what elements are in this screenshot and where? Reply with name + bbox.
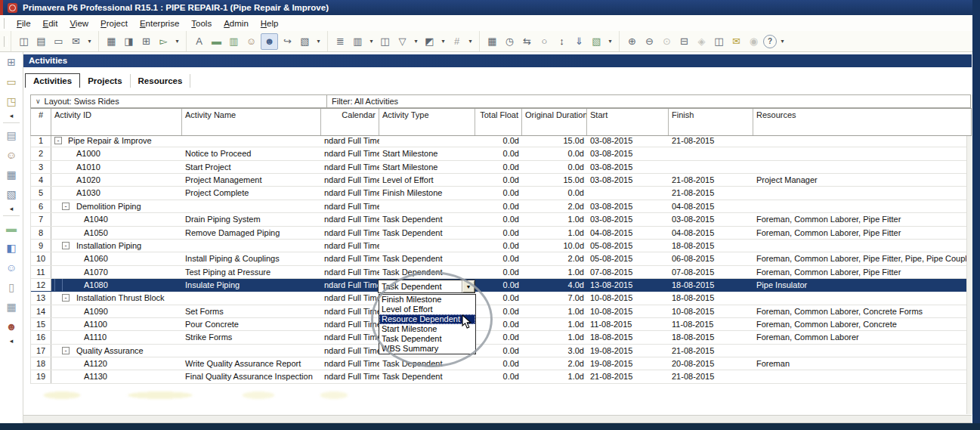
progress-spotlight-icon[interactable]: ▧ — [589, 34, 604, 49]
cell-num[interactable]: 15 — [31, 318, 51, 330]
level-resources-icon[interactable]: ↕ — [554, 34, 570, 49]
cell-num[interactable]: 19 — [31, 370, 51, 382]
cell-start[interactable] — [587, 187, 669, 199]
cell-type[interactable]: Level of Effort — [379, 174, 475, 186]
table-view-icon[interactable]: ▦ — [104, 34, 119, 49]
table-row[interactable]: 4A1020Project Managementndard Full TimeL… — [31, 174, 972, 187]
community-icon[interactable]: ◉ — [746, 34, 762, 49]
cell-name[interactable]: Set Forms — [182, 305, 321, 317]
cell-type[interactable]: Start Milestone — [379, 161, 475, 173]
cell-res[interactable]: Foreman — [753, 357, 972, 370]
collapse-minus-icon[interactable]: - — [62, 294, 70, 302]
cell-res[interactable]: Pipe Insulator — [753, 279, 972, 291]
cell-tf[interactable]: 0.0d — [475, 345, 522, 357]
column-header-num[interactable]: # — [31, 109, 51, 135]
cell-fin[interactable]: 21-08-2015 — [669, 135, 753, 147]
column-header-fin[interactable]: Finish — [669, 109, 753, 135]
activity-usage-profile-icon[interactable]: ▥ — [226, 34, 242, 49]
vertical-scrollbar[interactable] — [966, 94, 972, 414]
cell-num[interactable]: 1 — [31, 135, 51, 147]
trace-logic-icon[interactable]: ↪ — [280, 34, 295, 49]
cell-od[interactable]: 1.0d — [522, 370, 587, 382]
cell-res[interactable]: Foreman, Common Laborer, Pipe Fitter — [753, 266, 972, 278]
cell-num[interactable]: 3 — [31, 161, 51, 173]
cell-fin[interactable]: 04-08-2015 — [669, 200, 753, 212]
cell-cal[interactable]: ndard Full Time — [321, 252, 379, 264]
dropdown-caret-icon[interactable]: ▾ — [466, 34, 475, 49]
cell-od[interactable]: 1.0d — [522, 318, 587, 330]
cell-od[interactable]: 7.0d — [522, 292, 587, 304]
cell-id[interactable]: A1010 — [51, 161, 182, 173]
collapse-minus-icon[interactable]: - — [54, 137, 62, 144]
cell-od[interactable]: 1.0d — [522, 227, 587, 239]
bars-icon[interactable]: ◫ — [377, 34, 393, 49]
cell-res[interactable] — [753, 147, 972, 159]
cell-name[interactable]: Project Management — [182, 174, 321, 186]
cell-start[interactable]: 13-08-2015 — [587, 279, 669, 291]
table-row[interactable]: 1-Pipe Repair & Improvendard Full Time0.… — [31, 135, 972, 147]
cell-od[interactable]: 4.0d — [522, 279, 587, 291]
cell-res[interactable]: Foreman, Common Laborer, Pipe Fitter, Pi… — [753, 252, 972, 264]
cell-od[interactable]: 0.0d — [522, 147, 587, 159]
cell-tf[interactable]: 0.0d — [475, 174, 522, 186]
zoom-in-icon[interactable]: ⊕ — [624, 34, 640, 49]
cell-cal[interactable]: ndard Full Time — [321, 135, 379, 147]
cell-res[interactable]: Foreman, Common Laborer, Pipe Fitter — [753, 227, 972, 239]
cell-start[interactable]: 05-08-2015 — [587, 252, 669, 264]
cell-fin[interactable] — [669, 161, 753, 173]
cell-od[interactable]: 0.0d — [522, 187, 587, 199]
column-header-name[interactable]: Activity Name — [182, 109, 321, 135]
cell-od[interactable]: 2.0d — [522, 252, 587, 264]
cell-id[interactable]: -Installation Thrust Block — [51, 292, 182, 304]
menu-item-admin[interactable]: Admin — [218, 16, 255, 31]
cell-start[interactable]: 03-08-2015 — [587, 200, 669, 212]
cell-id[interactable]: A1050 — [51, 227, 182, 239]
cell-num[interactable]: 2 — [31, 147, 51, 159]
cell-od[interactable]: 1.0d — [522, 305, 587, 317]
open-icon[interactable]: ▭ — [1, 72, 22, 91]
cell-type[interactable] — [379, 200, 475, 212]
cell-start[interactable]: 03-08-2015 — [587, 135, 669, 147]
cell-od[interactable]: 15.0d — [522, 174, 587, 186]
cell-fin[interactable]: 07-08-2015 — [669, 266, 753, 278]
table-row[interactable]: 5A1030Project Completendard Full TimeFin… — [31, 187, 972, 200]
column-header-start[interactable]: Start — [587, 109, 669, 135]
publish-icon[interactable]: ✉ — [68, 34, 84, 49]
column-header-type[interactable]: Activity Type — [379, 109, 475, 135]
resources-icon[interactable]: ☺ — [1, 145, 22, 165]
cell-name[interactable]: Drain Piping System — [182, 213, 321, 225]
column-header-id[interactable]: Activity ID — [51, 109, 182, 135]
collapse-minus-icon[interactable]: - — [62, 203, 70, 210]
cell-id[interactable]: A1000 — [51, 147, 182, 159]
cell-type[interactable]: Task Dependent — [379, 370, 475, 382]
cell-name[interactable] — [182, 292, 321, 304]
table-row[interactable]: 16A1110Strike Formsndard Full Time0.0d1.… — [31, 331, 972, 344]
zoom-whole-icon[interactable]: ⊙ — [659, 34, 675, 49]
select-pointer-icon[interactable]: ▻ — [156, 34, 172, 49]
cell-tf[interactable]: 0.0d — [475, 240, 522, 252]
cell-type[interactable] — [379, 135, 475, 147]
cell-start[interactable]: 04-08-2015 — [587, 227, 669, 239]
gantt-chart-icon[interactable]: ▬ — [209, 34, 224, 49]
table-row-selected[interactable]: 12A1080Insulate Pipingndard Full Time0.0… — [31, 279, 972, 292]
cell-id[interactable]: A1130 — [51, 370, 182, 382]
cell-name[interactable]: Final Quality Assurance Inspection — [182, 370, 321, 382]
cell-res[interactable] — [753, 200, 972, 212]
cell-cal[interactable]: ndard Full Time — [321, 227, 379, 239]
cell-id[interactable]: A1090 — [51, 305, 182, 317]
cell-cal[interactable]: ndard Full Time — [321, 357, 379, 370]
cell-id[interactable]: A1080 — [51, 279, 182, 291]
cell-tf[interactable]: 0.0d — [475, 200, 522, 212]
cell-tf[interactable]: 0.0d — [475, 357, 522, 370]
cell-start[interactable]: 19-08-2015 — [587, 345, 669, 357]
cell-id[interactable]: A1040 — [51, 213, 182, 225]
activity-network-icon[interactable]: ⊞ — [138, 34, 154, 49]
tab-resources[interactable]: Resources — [131, 74, 191, 88]
cell-name[interactable]: Test Piping at Pressure — [182, 266, 321, 278]
cell-name[interactable] — [182, 135, 321, 147]
cell-start[interactable]: 11-08-2015 — [587, 318, 669, 330]
menu-item-view[interactable]: View — [63, 16, 94, 31]
cell-name[interactable]: Start Project — [182, 161, 321, 173]
cell-fin[interactable]: 04-08-2015 — [669, 227, 753, 239]
cell-num[interactable]: 18 — [31, 357, 51, 370]
